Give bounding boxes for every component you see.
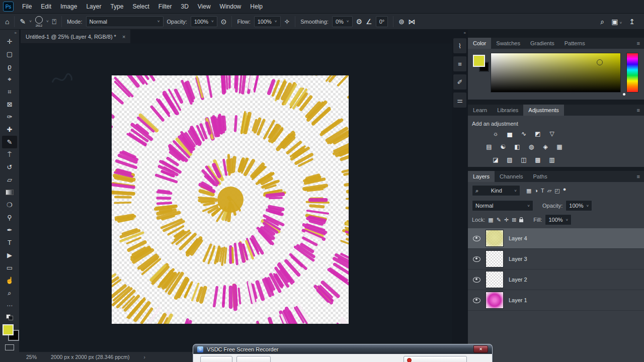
layer-thumbnail[interactable]: [486, 271, 504, 288]
black-white-icon[interactable]: ◧: [513, 143, 522, 151]
tab-patterns[interactable]: Patterns: [559, 38, 590, 49]
menu-select[interactable]: Select: [128, 1, 153, 12]
lasso-tool[interactable]: ϱ: [2, 60, 17, 73]
eyedropper-tool[interactable]: ✑: [2, 111, 17, 123]
brush-settings-panel-icon[interactable]: ✐: [453, 74, 466, 89]
smoothing-select[interactable]: 0%˅: [332, 16, 353, 27]
path-selection-tool[interactable]: ▶: [2, 249, 17, 261]
brush-settings-toggle-icon[interactable]: ⍞: [52, 18, 56, 25]
move-tool[interactable]: ✛: [2, 35, 17, 48]
recorder-title-bar[interactable]: S VSDC Free Screen Recorder ✕: [193, 344, 493, 354]
color-lookup-icon[interactable]: ▦: [555, 143, 564, 151]
collapse-icon[interactable]: »: [464, 30, 468, 35]
posterize-icon[interactable]: ▨: [505, 156, 514, 164]
hue-saturation-icon[interactable]: ▤: [485, 143, 494, 151]
gradient-tool[interactable]: [2, 186, 17, 199]
color-picker-ring[interactable]: [597, 59, 603, 65]
blur-tool[interactable]: ❍: [2, 199, 17, 211]
close-icon[interactable]: ✕: [473, 345, 488, 353]
visibility-eye-icon[interactable]: [473, 256, 480, 262]
brightness-contrast-icon[interactable]: ☼: [491, 130, 500, 138]
tab-libraries[interactable]: Libraries: [492, 105, 523, 116]
layer-name[interactable]: Layer 3: [509, 256, 527, 262]
layer-row-4[interactable]: Layer 4: [468, 228, 644, 249]
record-button[interactable]: [404, 356, 467, 362]
tab-layers[interactable]: Layers: [468, 171, 495, 182]
chevron-down-icon[interactable]: ˅: [29, 19, 32, 24]
smoothing-options-gear-icon[interactable]: ⚙: [356, 18, 363, 25]
menu-help[interactable]: Help: [246, 1, 267, 12]
workspace-switcher[interactable]: ▣ ˅: [611, 18, 622, 25]
lock-all-icon[interactable]: [519, 219, 523, 222]
pressure-size-icon[interactable]: ⊚: [398, 18, 405, 25]
clone-stamp-tool[interactable]: ⍑: [2, 148, 17, 161]
flow-select[interactable]: 100%˅: [254, 16, 281, 27]
panel-menu-icon[interactable]: ≡: [637, 171, 644, 182]
recorder-button-1[interactable]: [200, 356, 232, 362]
filter-toggle-icon[interactable]: ●: [563, 186, 567, 192]
lock-transparency-icon[interactable]: ▦: [488, 217, 493, 223]
channel-mixer-icon[interactable]: ◈: [541, 143, 550, 151]
layer-thumbnail[interactable]: [486, 292, 504, 309]
zoom-level-field[interactable]: 25%: [26, 354, 37, 360]
tab-color[interactable]: Color: [468, 38, 491, 49]
object-selection-tool[interactable]: ⌖: [2, 73, 17, 85]
tab-swatches[interactable]: Swatches: [491, 38, 525, 49]
brush-angle-field[interactable]: 0°: [376, 16, 388, 27]
filter-shape-icon[interactable]: ▱: [547, 188, 551, 194]
photoshop-logo[interactable]: Ps: [3, 2, 14, 12]
opacity-select[interactable]: 100%˅: [191, 16, 217, 27]
rectangle-tool[interactable]: ▭: [2, 261, 17, 274]
tab-adjustments[interactable]: Adjustments: [523, 105, 564, 116]
status-options-chevron[interactable]: ›: [143, 354, 145, 360]
tab-paths[interactable]: Paths: [528, 171, 552, 182]
brush-tool-icon[interactable]: ✎: [20, 18, 26, 25]
layer-thumbnail[interactable]: [486, 250, 504, 267]
properties-panel-icon[interactable]: ⚌: [453, 93, 466, 108]
menu-view[interactable]: View: [193, 1, 215, 12]
menu-layer[interactable]: Layer: [82, 1, 106, 12]
layer-fill-select[interactable]: 100%˅: [545, 214, 572, 225]
saturation-brightness-field[interactable]: [491, 53, 621, 93]
threshold-icon[interactable]: ◫: [519, 156, 528, 164]
selective-color-icon[interactable]: ▥: [547, 156, 556, 164]
vsdc-recorder-window[interactable]: S VSDC Free Screen Recorder ✕: [193, 344, 493, 362]
hue-strip[interactable]: [626, 53, 638, 93]
spot-healing-tool[interactable]: ✚: [2, 123, 17, 136]
share-icon[interactable]: ↥: [629, 18, 635, 25]
brush-tool[interactable]: ✎: [2, 136, 17, 148]
pressure-opacity-icon[interactable]: ⊙: [221, 18, 227, 25]
foreground-color-swatch[interactable]: [3, 324, 14, 335]
brushes-panel-icon[interactable]: ⌇: [453, 38, 466, 53]
levels-icon[interactable]: ▅: [505, 130, 514, 138]
symmetry-icon[interactable]: ⋈: [408, 18, 415, 25]
layer-opacity-select[interactable]: 100%˅: [566, 200, 592, 211]
exposure-icon[interactable]: ◩: [533, 130, 542, 138]
filter-type-icon[interactable]: T: [541, 188, 544, 194]
hue-slider-marker[interactable]: [623, 93, 625, 96]
invert-icon[interactable]: ◪: [491, 156, 500, 164]
layer-name[interactable]: Layer 4: [509, 235, 527, 241]
photo-filter-icon[interactable]: ◍: [527, 143, 536, 151]
layer-row-1[interactable]: Layer 1: [468, 290, 644, 311]
tab-learn[interactable]: Learn: [468, 105, 492, 116]
history-brush-tool[interactable]: ↺: [2, 161, 17, 173]
filter-adjustment-icon[interactable]: ◑: [534, 188, 538, 194]
panel-menu-icon[interactable]: ≡: [637, 105, 644, 116]
crop-tool[interactable]: ⌗: [2, 85, 17, 98]
blend-mode-select[interactable]: Normal˅: [472, 200, 533, 211]
pen-tool[interactable]: ✒: [2, 224, 17, 236]
layer-row-2[interactable]: Layer 2: [468, 269, 644, 290]
recorder-button-2[interactable]: [236, 356, 271, 362]
filter-smart-object-icon[interactable]: ◰: [554, 188, 559, 194]
visibility-eye-icon[interactable]: [473, 277, 480, 283]
color-balance-icon[interactable]: ☯: [499, 143, 508, 151]
airbrush-icon[interactable]: ✧: [284, 18, 290, 25]
screen-mode-icon[interactable]: [5, 344, 14, 350]
visibility-eye-icon[interactable]: [473, 236, 480, 241]
home-icon[interactable]: ⌂: [5, 18, 9, 25]
lock-artboard-icon[interactable]: ⊞: [512, 217, 516, 223]
layer-thumbnail[interactable]: [486, 230, 504, 247]
gradient-map-icon[interactable]: ▩: [533, 156, 542, 164]
brush-preset-picker[interactable]: 2612: [35, 16, 43, 27]
